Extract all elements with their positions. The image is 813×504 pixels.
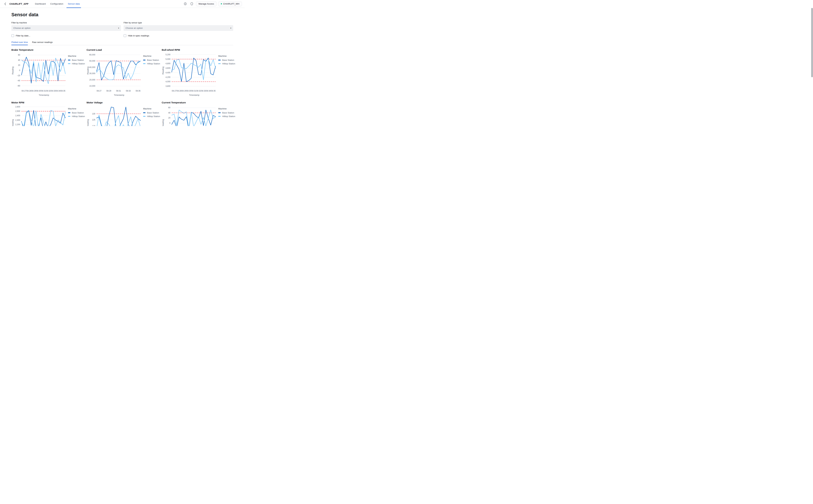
nav-tab-sensor-data[interactable]: Sensor data (66, 0, 82, 8)
legend-swatch-icon (68, 116, 70, 117)
sensor-type-filter-group: Filter by sensor type Choose an option ▾… (124, 22, 233, 37)
chart-body: Reading130125120TimestampMachineBase Sta… (87, 105, 160, 126)
legend-title: Machine (218, 55, 235, 57)
filter-by-date-label: Filter by date... (16, 34, 30, 37)
svg-text:5,000: 5,000 (166, 58, 170, 60)
legend-label: Base Station (72, 59, 84, 61)
y-axis-label: Reading (11, 105, 14, 126)
y-axis-label: Reading (87, 53, 89, 88)
svg-text:08:35: 08:35 (211, 90, 216, 92)
chart-motor-voltage: Motor VoltageReading130125120TimestampMa… (87, 101, 160, 126)
svg-text:125: 125 (92, 119, 95, 121)
warehouse-button[interactable]: CHAIRLIFT_WH (218, 1, 242, 6)
svg-text:4,200: 4,200 (166, 76, 170, 78)
legend-swatch-icon (143, 63, 146, 64)
svg-text:20: 20 (168, 117, 171, 119)
hide-in-spec-label: Hide in-spec readings (128, 34, 149, 37)
svg-text:2,300: 2,300 (15, 119, 20, 121)
chart-body: Reading6040200TimestampMachineBase Stati… (162, 105, 235, 126)
svg-text:130: 130 (92, 113, 95, 115)
chart-legend: MachineBase StationHilltop Station (143, 107, 160, 119)
legend-swatch-icon (68, 60, 70, 60)
legend-title: Machine (143, 55, 160, 57)
y-axis-label: Reading (11, 53, 14, 88)
filter-by-date-checkbox[interactable] (11, 34, 14, 37)
svg-text:4,800: 4,800 (166, 62, 170, 65)
svg-text:08:31: 08:31 (41, 90, 46, 92)
manage-access-button[interactable]: Manage Access (196, 1, 217, 6)
svg-text:20,000: 20,000 (89, 79, 95, 81)
chevron-down-icon: ▾ (118, 27, 119, 29)
legend-label: Hilltop Station (222, 115, 235, 118)
x-axis-label: Timestamp (14, 94, 66, 96)
svg-text:08:35: 08:35 (136, 90, 140, 92)
line-plot: 6040200 (164, 105, 217, 126)
svg-text:08:32: 08:32 (196, 90, 201, 92)
svg-text:60,000: 60,000 (89, 54, 95, 56)
y-axis-label: Reading (87, 105, 89, 126)
back-button[interactable] (3, 2, 7, 6)
machine-filter-group: Filter by machine Choose an option ▾ Fil… (11, 22, 121, 37)
line-plot: 6040200−20−40−6008:2708:2808:2908:3008:3… (14, 53, 66, 93)
legend-label: Hilltop Station (222, 62, 235, 65)
status-dot (221, 3, 222, 4)
legend-item: Hilltop Station (143, 115, 160, 118)
svg-text:3,800: 3,800 (166, 85, 170, 87)
svg-text:4,000: 4,000 (166, 80, 170, 83)
shield-button[interactable] (189, 1, 194, 6)
tab-plotted-over-time[interactable]: Plotted over time (11, 41, 28, 45)
svg-text:08:29: 08:29 (31, 90, 36, 92)
chart-body: Reading5,2005,0004,8004,6004,4004,2004,0… (162, 53, 235, 96)
svg-text:08:30: 08:30 (36, 90, 41, 92)
machine-filter-value: Choose an option (13, 27, 31, 29)
legend-swatch-icon (68, 112, 70, 113)
svg-text:08:27: 08:27 (21, 90, 26, 92)
legend-item: Base Station (143, 112, 160, 114)
legend-title: Machine (68, 107, 85, 110)
sensor-type-filter-select[interactable]: Choose an option ▾ (124, 25, 233, 31)
chart-current-temperature: Current TemperatureReading6040200Timesta… (162, 101, 235, 126)
svg-text:08:31: 08:31 (191, 90, 196, 92)
chart-title: Current Temperature (162, 101, 235, 104)
chart-title: Current Load (87, 48, 160, 51)
legend-title: Machine (218, 107, 235, 110)
chart-legend: MachineBase StationHilltop Station (68, 55, 85, 66)
svg-text:10,000: 10,000 (89, 85, 95, 87)
machine-filter-select[interactable]: Choose an option ▾ (11, 25, 121, 31)
legend-item: Hilltop Station (218, 115, 235, 118)
filters-section: Filter by machine Choose an option ▾ Fil… (11, 22, 233, 37)
shield-icon (190, 2, 193, 5)
info-icon (184, 2, 187, 5)
legend-label: Hilltop Station (147, 62, 160, 65)
chevron-down-icon: ▾ (230, 27, 231, 29)
chart-title: Motor RPM (11, 101, 85, 104)
svg-text:08:33: 08:33 (201, 90, 206, 92)
hide-in-spec-checkbox[interactable] (124, 34, 126, 37)
machine-filter-label: Filter by machine (11, 22, 121, 24)
svg-text:60: 60 (168, 106, 171, 109)
svg-text:30,000: 30,000 (89, 72, 95, 75)
chart-brake-temperature: Brake TemperatureReading6040200−20−40−60… (11, 48, 85, 96)
charts-row-2: Motor RPMReading2,6002,5002,4002,3002,20… (11, 101, 233, 126)
chart-title: Bull-wheel RPM (162, 48, 235, 51)
svg-text:08:34: 08:34 (56, 90, 60, 92)
svg-text:2,400: 2,400 (15, 114, 20, 117)
svg-text:08:33: 08:33 (126, 90, 131, 92)
legend-item: Hilltop Station (143, 62, 160, 65)
svg-text:40: 40 (18, 59, 20, 61)
nav-tab-configuration[interactable]: Configuration (48, 0, 66, 8)
legend-swatch-icon (143, 116, 146, 117)
svg-text:60: 60 (18, 54, 20, 56)
svg-text:08:34: 08:34 (206, 90, 211, 92)
legend-item: Base Station (218, 112, 235, 114)
info-button[interactable] (183, 1, 188, 6)
nav-tab-dashboard[interactable]: Dashboard (33, 0, 48, 8)
page-title: Sensor data (11, 12, 233, 17)
tab-raw-sensor-readings[interactable]: Raw sensor readings (32, 41, 53, 45)
legend-item: Base Station (218, 59, 235, 61)
svg-text:50,000: 50,000 (89, 60, 95, 62)
legend-label: Base Station (222, 59, 234, 61)
svg-text:08:27: 08:27 (97, 90, 101, 92)
svg-text:20: 20 (18, 64, 20, 66)
hide-in-spec-row: Hide in-spec readings (124, 34, 233, 37)
